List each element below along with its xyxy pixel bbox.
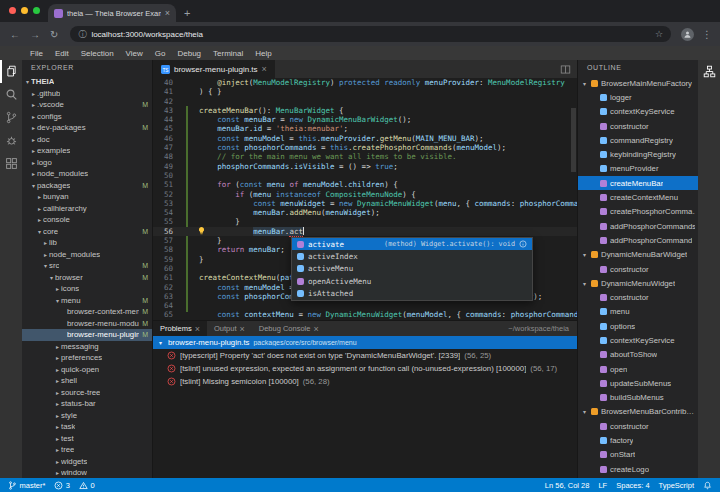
outline-item-buildsubmenus[interactable]: buildSubMenus: [578, 391, 698, 405]
tree-item-menu[interactable]: ▾menuM: [22, 295, 152, 307]
tree-item-theia[interactable]: ▾THEIA: [22, 76, 152, 88]
code-line-65[interactable]: 65 const contextMenu = new DynamicMenuWi…: [153, 310, 577, 319]
outline-item-createlogo[interactable]: createLogo: [578, 462, 698, 476]
code-line-54[interactable]: 54 menuBar.addMenu(menuWidget);: [153, 208, 577, 217]
panel-tab-problems[interactable]: Problems×: [153, 321, 207, 336]
problem-row[interactable]: [tslint] Missing semicolon [100000](56, …: [153, 375, 577, 388]
outline-item-addphosphorcommand[interactable]: addPhosphorCommand: [578, 233, 698, 247]
tree-item-browser-menu-module-ts[interactable]: browser-menu-module.tsM: [22, 318, 152, 330]
tree-item-core[interactable]: ▾coreM: [22, 226, 152, 238]
suggest-item-activate[interactable]: activate(method) Widget.activate(): void: [292, 238, 532, 250]
lightbulb-icon[interactable]: [197, 226, 206, 235]
activity-source-control[interactable]: [0, 106, 22, 129]
tree-item-browser-menu-plugin-ts[interactable]: browser-menu-plugin.tsM: [22, 329, 152, 341]
editor-tab[interactable]: TS browser-menu-plugin.ts ×: [153, 60, 275, 78]
outline-item-dynamicmenuwidget[interactable]: ▾DynamicMenuWidget: [578, 276, 698, 290]
menu-debug[interactable]: Debug: [171, 49, 207, 58]
tree-item-window[interactable]: ▸window: [22, 467, 152, 478]
site-info-icon[interactable]: ⓘ: [78, 29, 86, 40]
code-line-40[interactable]: 40 @inject(MenuModelRegistry) protected …: [153, 78, 577, 87]
code-line-55[interactable]: 55 }: [153, 217, 577, 226]
close-icon[interactable]: ×: [239, 324, 244, 334]
outline-item-factory[interactable]: factory: [578, 433, 698, 447]
suggest-item-activemenu[interactable]: activeMenu: [292, 263, 532, 275]
split-editor-icon[interactable]: [560, 64, 571, 75]
code-line-44[interactable]: 44 const menuBar = new DynamicMenuBarWid…: [153, 115, 577, 124]
editor-scrollbar[interactable]: [571, 108, 576, 172]
close-icon[interactable]: ×: [313, 324, 318, 334]
new-tab-button[interactable]: +: [184, 4, 190, 22]
outline-item-onstart[interactable]: onStart: [578, 448, 698, 462]
code-line-64[interactable]: 64: [153, 301, 577, 310]
tree-item-configs[interactable]: ▸configs: [22, 111, 152, 123]
tab-close-icon[interactable]: ×: [165, 8, 170, 18]
status-item-3[interactable]: 3: [54, 481, 70, 490]
suggest-item-isattached[interactable]: isAttached: [292, 288, 532, 300]
window-close-button[interactable]: [9, 7, 16, 14]
outline-item-keybindingregistry[interactable]: keybindingRegistry: [578, 147, 698, 161]
status-item-bell[interactable]: [703, 481, 712, 490]
tree-item-dev-packages[interactable]: ▸dev-packagesM: [22, 122, 152, 134]
outline-item-browsermainmenufactory[interactable]: ▾BrowserMainMenuFactory: [578, 76, 698, 90]
tree-item-node-modules[interactable]: ▸node_modules: [22, 249, 152, 261]
forward-icon[interactable]: →: [30, 29, 40, 40]
tree-item-quick-open[interactable]: ▸quick-open: [22, 364, 152, 376]
status-item-0[interactable]: 0: [79, 481, 95, 490]
browser-tab[interactable]: theia — Theia Browser Example ×: [48, 4, 176, 22]
activity-search[interactable]: [0, 83, 22, 106]
outline-item-updatesubmenus[interactable]: updateSubMenus: [578, 376, 698, 390]
code-line-49[interactable]: 49 phosphorCommands.isVisible = () => tr…: [153, 162, 577, 171]
menu-go[interactable]: Go: [149, 49, 172, 58]
code-line-41[interactable]: 41 ) { }: [153, 87, 577, 96]
code-line-56[interactable]: 56 menuBar.act: [153, 227, 577, 236]
activity-explorer[interactable]: [0, 60, 22, 83]
back-icon[interactable]: ←: [10, 29, 20, 40]
code-line-52[interactable]: 52 if (menu instanceof CompositeMenuNode…: [153, 190, 577, 199]
status-item-typescript[interactable]: TypeScript: [659, 481, 694, 490]
menu-help[interactable]: Help: [249, 49, 277, 58]
tree-item-logo[interactable]: ▸logo: [22, 157, 152, 169]
outline-item-contextkeyservice[interactable]: contextKeyService: [578, 105, 698, 119]
tree-item-github[interactable]: ▸.github: [22, 88, 152, 100]
tree-item-task[interactable]: ▸task: [22, 421, 152, 433]
url-bar[interactable]: ⓘ localhost:3000/workspace/theia ☆: [70, 26, 671, 42]
outline-item-open[interactable]: open: [578, 362, 698, 376]
tree-item-vscode[interactable]: ▸.vscodeM: [22, 99, 152, 111]
reload-icon[interactable]: ↻: [50, 29, 58, 40]
close-icon[interactable]: ×: [195, 324, 200, 334]
outline-item-constructor[interactable]: constructor: [578, 419, 698, 433]
activity-outline[interactable]: [698, 60, 720, 83]
status-item-ln-56-col-28[interactable]: Ln 56, Col 28: [545, 481, 590, 490]
code-line-50[interactable]: 50: [153, 171, 577, 180]
outline-item-commandregistry[interactable]: commandRegistry: [578, 133, 698, 147]
tree-item-lib[interactable]: ▸lib: [22, 237, 152, 249]
tree-item-status-bar[interactable]: ▸status-bar: [22, 398, 152, 410]
activity-extensions[interactable]: [0, 152, 22, 175]
tree-item-source-tree[interactable]: ▸source-tree: [22, 387, 152, 399]
outline-item-constructor[interactable]: constructor: [578, 119, 698, 133]
tree-item-doc[interactable]: ▸doc: [22, 134, 152, 146]
tree-item-preferences[interactable]: ▸preferences: [22, 352, 152, 364]
problems-file-row[interactable]: ▾ browser-menu-plugin.ts packages/core/s…: [153, 336, 577, 349]
outline-item-createcontextmenu[interactable]: createContextMenu: [578, 190, 698, 204]
code-line-47[interactable]: 47 const phosphorCommands = this.createP…: [153, 143, 577, 152]
browser-menu-icon[interactable]: ⋮: [702, 29, 712, 40]
menu-view[interactable]: View: [120, 49, 149, 58]
status-item-master[interactable]: master*: [8, 481, 45, 490]
outline-item-createmenubar[interactable]: createMenuBar: [578, 176, 698, 190]
code-line-45[interactable]: 45 menuBar.id = 'theia:menubar';: [153, 124, 577, 133]
window-zoom-button[interactable]: [33, 7, 40, 14]
menu-file[interactable]: File: [24, 49, 49, 58]
panel-tab-debug-console[interactable]: Debug Console×: [252, 321, 326, 336]
suggest-item-openactivemenu[interactable]: openActiveMenu: [292, 275, 532, 287]
bookmark-star-icon[interactable]: ☆: [655, 29, 663, 39]
tree-item-messaging[interactable]: ▸messaging: [22, 341, 152, 353]
tree-item-callhierarchy[interactable]: ▸callhierarchy: [22, 203, 152, 215]
outline-item-abouttoshow[interactable]: aboutToShow: [578, 348, 698, 362]
window-minimize-button[interactable]: [21, 7, 28, 14]
code-line-48[interactable]: 48 // for the main menu we want all item…: [153, 152, 577, 161]
tree-item-tree[interactable]: ▸tree: [22, 444, 152, 456]
tree-item-widgets[interactable]: ▸widgets: [22, 456, 152, 468]
tree-item-icons[interactable]: ▸icons: [22, 283, 152, 295]
tree-item-console[interactable]: ▸console: [22, 214, 152, 226]
